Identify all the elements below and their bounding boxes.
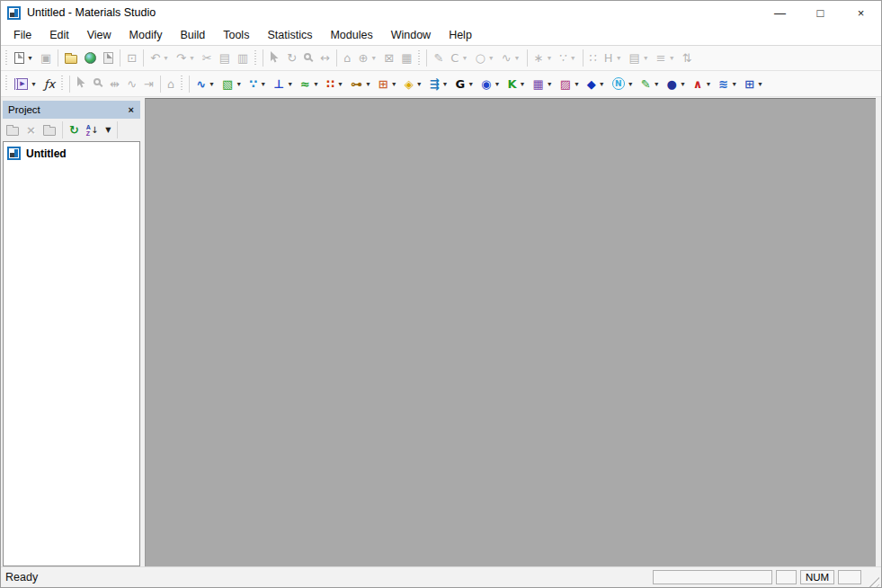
- menu-modules[interactable]: Modules: [321, 26, 381, 44]
- open-button[interactable]: [61, 47, 81, 69]
- reset-view-icon: ⌂: [343, 52, 351, 64]
- undo-button: ↶▼: [147, 47, 173, 69]
- menu-edit[interactable]: Edit: [40, 26, 78, 44]
- dmol-module-button[interactable]: ▦▼: [529, 73, 556, 95]
- undo-dropdown-icon: ▼: [163, 55, 169, 61]
- chart-viewer-button[interactable]: ▶▼: [11, 73, 40, 95]
- sheet-tool-icon: ▤: [629, 52, 640, 64]
- mesocite-module-button[interactable]: ∷▼: [323, 73, 347, 95]
- castep-module-button[interactable]: K▼: [503, 73, 529, 95]
- dftb-module-button[interactable]: ⊞▼: [375, 73, 401, 95]
- mesostructure-builder-icon: ⊥: [273, 78, 284, 90]
- hydrogen-tool-icon: H: [604, 52, 613, 64]
- rotate-mode-button: ↻: [283, 47, 300, 69]
- nanostructure-builder-button[interactable]: ∵▼: [245, 73, 270, 95]
- refresh-icon: ↻: [69, 124, 79, 136]
- kinetics-module-dropdown-icon: ▼: [680, 81, 686, 87]
- zoom-mode-button: [300, 47, 316, 69]
- sketch-ring-dropdown-icon: ▼: [488, 55, 494, 61]
- add-atom-tool-icon: ∵: [559, 52, 566, 64]
- zoom-mode-icon: [94, 78, 101, 85]
- castep-module-dropdown-icon: ▼: [519, 81, 525, 87]
- vector-tool-button[interactable]: ⇶▼: [426, 73, 452, 95]
- amorphous-cell-icon: ≈: [300, 78, 310, 90]
- menu-window[interactable]: Window: [382, 26, 440, 44]
- chart-viewer-dropdown-icon: ▼: [31, 81, 37, 87]
- morphology-module-button[interactable]: ▨▼: [557, 73, 584, 95]
- sorption-module-button[interactable]: ✎▼: [637, 73, 664, 95]
- center-view-icon: ⊕: [358, 52, 368, 64]
- new-document-button[interactable]: ▼: [11, 47, 37, 69]
- n-module-button[interactable]: N▼: [609, 73, 637, 95]
- menu-modify[interactable]: Modify: [120, 26, 172, 44]
- zoom-mode-icon: [304, 53, 311, 60]
- spectrum-module-button[interactable]: ∧▼: [690, 73, 716, 95]
- kinetics-module-icon: ●: [667, 78, 677, 90]
- amorphous-cell-button[interactable]: ≈▼: [297, 73, 323, 95]
- toolbar-grip[interactable]: [417, 50, 422, 67]
- packing-module-dropdown-icon: ▼: [416, 81, 423, 87]
- dmol-module-icon: ▦: [532, 78, 543, 90]
- kinetics-module-button[interactable]: ●▼: [664, 73, 690, 95]
- minimize-button[interactable]: —: [760, 1, 800, 24]
- resize-grip[interactable]: [867, 575, 879, 587]
- toolbar-grip[interactable]: [180, 76, 184, 92]
- copy-icon: ▤: [219, 52, 230, 64]
- import-button[interactable]: [81, 47, 100, 69]
- app-logo-icon: [7, 6, 21, 20]
- symmetry-tool-button[interactable]: G▼: [451, 73, 477, 95]
- qsar-module-button[interactable]: ≋▼: [715, 73, 741, 95]
- maximize-button[interactable]: □: [800, 1, 841, 24]
- sort-options-button[interactable]: ▼: [102, 120, 114, 140]
- measure-tool-button[interactable]: ⊶▼: [347, 73, 375, 95]
- dock-area: Project × ×↻AZ↓▼ Untitled: [1, 97, 881, 566]
- fit-view-button: ⊠: [380, 47, 397, 69]
- hydrogen-tool-dropdown-icon: ▼: [616, 55, 622, 61]
- menu-tools[interactable]: Tools: [214, 26, 258, 44]
- toolbar-grip[interactable]: [4, 50, 9, 67]
- menu-file[interactable]: File: [4, 26, 40, 44]
- menu-help[interactable]: Help: [440, 26, 481, 44]
- gem-module-button[interactable]: ◆▼: [584, 73, 609, 95]
- export-icon: [103, 52, 113, 64]
- spectrum-tool-button: ∿: [123, 73, 140, 95]
- tree-item-untitled[interactable]: Untitled: [4, 146, 139, 161]
- menu-statistics[interactable]: Statistics: [258, 26, 321, 44]
- sketch-line-button: ∿▼: [498, 47, 524, 69]
- spectrum-module-dropdown-icon: ▼: [705, 81, 711, 87]
- project-panel-close-icon[interactable]: ×: [126, 104, 137, 115]
- measure-tool-dropdown-icon: ▼: [365, 81, 371, 87]
- function-tool-button[interactable]: ƒx: [40, 73, 58, 95]
- polymer-builder-button[interactable]: ∿▼: [192, 73, 218, 95]
- materials-studio-logo-icon: [7, 147, 21, 160]
- toolbar-separator: [69, 76, 70, 93]
- menu-build[interactable]: Build: [171, 26, 214, 44]
- toolbar-grip[interactable]: [4, 76, 9, 92]
- measure-tool-icon: ⊶: [351, 78, 362, 90]
- window-title: Untitled - Materials Studio: [27, 6, 156, 19]
- standard-toolbar: ▼▣⊡↶▼↷▼✂▤▥↻↔⌂⊕▼⊠▦✎C▼○▼∿▼∗▼∵▼∷H▼▤▼≡▼⇅: [1, 46, 881, 71]
- conformer-tool-button[interactable]: ◉▼: [477, 73, 503, 95]
- refresh-button[interactable]: ↻: [66, 120, 83, 140]
- sort-items-button[interactable]: AZ↓: [83, 120, 102, 140]
- toolbar-grip[interactable]: [60, 76, 65, 92]
- crystal-builder-button[interactable]: ▧▼: [218, 73, 245, 95]
- save-button: ▣: [37, 47, 55, 69]
- num-lock-indicator: NUM: [800, 570, 834, 584]
- vector-tool-icon: ⇶: [430, 78, 440, 90]
- mesostructure-builder-button[interactable]: ⊥▼: [270, 73, 297, 95]
- element-tool-icon: ∗: [534, 52, 544, 64]
- viewer-icon: ⊡: [127, 52, 137, 64]
- zoom-mode-button: [90, 73, 106, 95]
- new-folder-icon: [43, 127, 56, 136]
- menu-view[interactable]: View: [78, 26, 120, 44]
- translate-mode-button: ⇹: [106, 73, 123, 95]
- new-document-icon: [14, 52, 24, 64]
- packing-module-button[interactable]: ◈▼: [401, 73, 426, 95]
- toolbar-grip[interactable]: [254, 50, 258, 67]
- sketch-line-dropdown-icon: ▼: [514, 55, 521, 61]
- table-module-button[interactable]: ⊞▼: [741, 73, 767, 95]
- delete-item-icon: ×: [26, 124, 36, 136]
- close-button[interactable]: ×: [841, 1, 881, 24]
- vector-tool-dropdown-icon: ▼: [442, 81, 449, 87]
